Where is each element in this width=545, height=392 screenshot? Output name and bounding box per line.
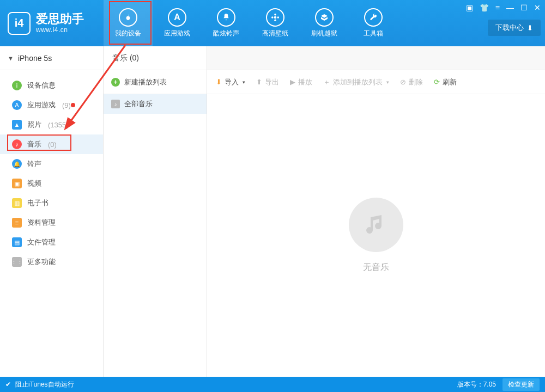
data-icon: ≡ — [12, 218, 22, 228]
tab-label: 刷机越狱 — [311, 29, 337, 38]
sidebar-item-files[interactable]: ▤ 文件管理 — [0, 232, 103, 252]
add-to-playlist-label: 添加到播放列表 — [333, 77, 383, 87]
tab-ringtones[interactable]: 酷炫铃声 — [202, 0, 251, 46]
sidebar-item-photos[interactable]: ▲ 照片 (1355) — [0, 115, 103, 134]
sidebar-item-data[interactable]: ≡ 资料管理 — [0, 213, 103, 232]
sidebar-item-music[interactable]: ♪ 音乐 (0) — [0, 134, 103, 154]
app-header: i4 爱思助手 www.i4.cn 我的设备 A 应用游戏 酷炫铃声 高清 — [0, 0, 545, 46]
add-to-playlist-button[interactable]: ＋ 添加到播放列表 ▾ — [323, 77, 389, 87]
music-icon: ♪ — [12, 139, 22, 149]
main-tab-strip — [207, 46, 545, 70]
export-button[interactable]: ⬆ 导出 — [256, 77, 279, 87]
tab-label: 高清壁纸 — [262, 29, 288, 38]
empty-text: 无音乐 — [363, 262, 389, 273]
export-label: 导出 — [265, 77, 279, 87]
svg-point-1 — [274, 14, 276, 16]
svg-point-2 — [274, 19, 276, 21]
tab-jailbreak[interactable]: 刷机越狱 — [300, 0, 349, 46]
playlist-item-all[interactable]: ♪ 全部音乐 — [104, 94, 207, 114]
tab-label: 我的设备 — [115, 29, 141, 38]
empty-music-icon — [349, 198, 403, 252]
video-icon: ▣ — [12, 179, 22, 188]
sidebar-item-label: 视频 — [27, 179, 41, 188]
sidebar-item-label: 设备信息 — [27, 81, 56, 90]
import-label: 导入 — [225, 77, 239, 87]
device-picker[interactable]: ▼ iPhone 5s — [0, 46, 103, 70]
import-icon: ⬇ — [216, 78, 222, 86]
delete-label: 删除 — [409, 77, 423, 87]
import-button[interactable]: ⬇ 导入 ▾ — [216, 77, 245, 87]
download-center-button[interactable]: 下载中心 ⬇ — [488, 20, 541, 36]
sidebar-item-count: (9) — [62, 101, 71, 109]
svg-point-4 — [277, 16, 279, 19]
tab-label: 应用游戏 — [164, 29, 190, 38]
a-circle-icon: A — [168, 8, 186, 27]
sidebar-item-label: 应用游戏 — [27, 100, 56, 110]
minimize-button[interactable]: — — [506, 3, 514, 12]
download-center-label: 下载中心 — [495, 23, 524, 33]
close-button[interactable]: ✕ — [534, 3, 541, 12]
sidebar-item-videos[interactable]: ▣ 视频 — [0, 174, 103, 193]
window-controls: ▣ 👕 ≡ — ☐ ✕ — [466, 3, 541, 12]
sidebar-item-ringtones[interactable]: 🔔 铃声 — [0, 154, 103, 174]
sidebar-item-device-info[interactable]: i 设备信息 — [0, 76, 103, 95]
wrench-icon — [364, 8, 383, 27]
info-icon: i — [12, 81, 22, 90]
tab-label: 酷炫铃声 — [213, 29, 239, 38]
check-icon: ✔ — [5, 381, 11, 388]
playlist-header: 音乐 (0) — [104, 46, 207, 70]
sidebar-item-more[interactable]: ⋮⋮ 更多功能 — [0, 252, 103, 272]
new-playlist-label: 新建播放列表 — [124, 77, 167, 87]
play-label: 播放 — [298, 77, 312, 87]
apps-icon: A — [12, 100, 22, 110]
refresh-button[interactable]: ⟳ 刷新 — [434, 77, 457, 87]
plus-icon: + — [111, 78, 120, 87]
main-toolbar: ⬇ 导入 ▾ ⬆ 导出 ▶ 播放 ＋ 添加到播放列表 ▾ ⊘ 删除 — [207, 70, 545, 94]
bell-small-icon: 🔔 — [12, 159, 22, 169]
tab-wallpapers[interactable]: 高清壁纸 — [251, 0, 300, 46]
sidebar-item-apps[interactable]: A 应用游戏 (9) — [0, 95, 103, 115]
new-playlist-button[interactable]: + 新建播放列表 — [104, 70, 207, 94]
sidebar-item-label: 音乐 — [27, 139, 41, 149]
more-icon: ⋮⋮ — [12, 257, 22, 267]
flower-icon — [266, 8, 284, 27]
sidebar-item-ebooks[interactable]: ▥ 电子书 — [0, 193, 103, 213]
sidebar-item-label: 资料管理 — [27, 218, 56, 228]
playlist-list: ♪ 全部音乐 — [104, 94, 207, 114]
play-icon: ▶ — [290, 78, 295, 86]
tab-app-games[interactable]: A 应用游戏 — [153, 0, 202, 46]
empty-state: 无音乐 — [207, 94, 545, 377]
brand-title: 爱思助手 — [36, 13, 84, 26]
chevron-down-icon: ▼ — [8, 55, 14, 62]
top-tabs: 我的设备 A 应用游戏 酷炫铃声 高清壁纸 刷机越狱 — [104, 0, 398, 46]
delete-button[interactable]: ⊘ 删除 — [400, 77, 423, 87]
book-icon: ▥ — [12, 198, 22, 208]
apple-icon — [119, 8, 137, 27]
sidebar-item-count: (0) — [48, 140, 57, 149]
status-bar: ✔ 阻止iTunes自动运行 版本号：7.05 检查更新 — [0, 377, 545, 392]
brand-logo: i4 — [8, 12, 31, 35]
skin-icon[interactable]: 👕 — [480, 3, 489, 12]
refresh-label: 刷新 — [443, 77, 457, 87]
play-button[interactable]: ▶ 播放 — [290, 77, 312, 87]
device-name: iPhone 5s — [18, 54, 52, 63]
add-icon: ＋ — [323, 77, 330, 87]
feedback-icon[interactable]: ▣ — [466, 3, 473, 12]
export-icon: ⬆ — [256, 78, 262, 86]
photos-icon: ▲ — [12, 120, 22, 130]
maximize-button[interactable]: ☐ — [520, 3, 528, 12]
delete-icon: ⊘ — [400, 78, 406, 86]
app-body: ▼ iPhone 5s i 设备信息 A 应用游戏 (9) ▲ 照片 (1355… — [0, 46, 545, 377]
brand: i4 爱思助手 www.i4.cn — [0, 0, 104, 46]
check-update-button[interactable]: 检查更新 — [502, 378, 540, 391]
files-icon: ▤ — [12, 237, 22, 247]
bell-icon — [217, 8, 235, 27]
refresh-icon: ⟳ — [434, 78, 440, 86]
chevron-down-icon: ▾ — [243, 79, 245, 85]
header-right: ▣ 👕 ≡ — ☐ ✕ 下载中心 ⬇ — [466, 0, 545, 46]
itunes-block-toggle[interactable]: 阻止iTunes自动运行 — [15, 380, 74, 389]
menu-icon[interactable]: ≡ — [495, 3, 500, 12]
svg-point-3 — [271, 16, 274, 19]
tab-toolbox[interactable]: 工具箱 — [349, 0, 398, 46]
tab-my-device[interactable]: 我的设备 — [104, 0, 153, 46]
